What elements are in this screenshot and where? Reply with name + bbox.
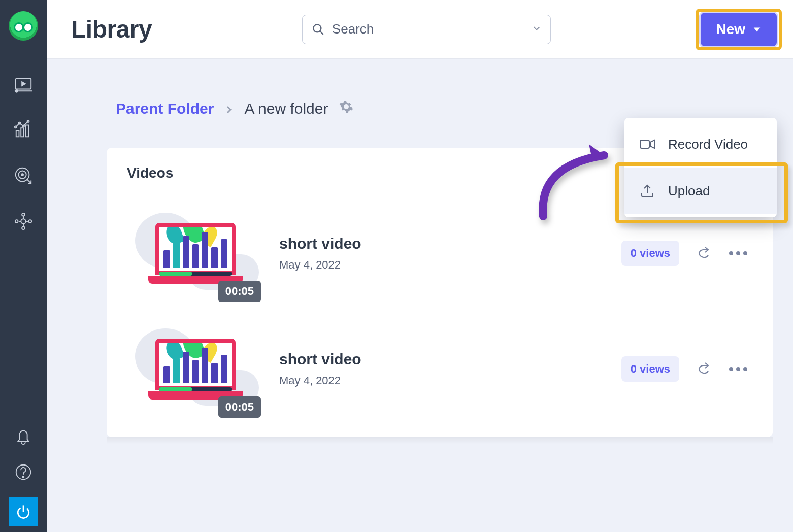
menu-upload[interactable]: Upload (624, 168, 777, 214)
search-input[interactable]: Search (302, 15, 551, 44)
views-badge[interactable]: 0 views (621, 241, 679, 266)
svg-point-27 (313, 24, 321, 32)
topbar: Library Search New (47, 0, 793, 59)
new-button[interactable]: New (701, 13, 777, 46)
svg-marker-1 (22, 82, 25, 86)
menu-upload-label: Upload (668, 183, 710, 199)
svg-rect-6 (26, 125, 29, 137)
new-dropdown-menu: Record Video Upload (624, 118, 777, 217)
svg-line-28 (320, 31, 323, 35)
svg-marker-31 (650, 140, 654, 148)
nav-network-icon[interactable] (12, 210, 35, 232)
svg-point-14 (21, 219, 26, 224)
svg-rect-4 (16, 131, 19, 137)
help-icon[interactable] (12, 461, 35, 483)
share-icon[interactable] (697, 245, 712, 262)
views-badge[interactable]: 0 views (621, 356, 679, 382)
nav-analytics-icon[interactable] (12, 119, 35, 141)
svg-rect-30 (640, 140, 649, 148)
svg-point-10 (27, 120, 29, 122)
svg-point-3 (15, 90, 18, 92)
video-duration: 00:05 (218, 396, 261, 418)
chevron-down-icon (532, 24, 541, 35)
nav-target-icon[interactable] (12, 164, 35, 187)
notifications-icon[interactable] (12, 424, 35, 447)
divider (107, 437, 773, 444)
search-placeholder: Search (332, 21, 525, 37)
caret-down-icon (752, 25, 762, 34)
video-row[interactable]: 00:05 short video May 4, 2022 0 views (127, 311, 752, 427)
gear-icon[interactable] (339, 99, 353, 117)
video-thumbnail[interactable]: 00:05 (132, 207, 259, 300)
svg-point-15 (15, 220, 18, 223)
search-icon (312, 23, 325, 36)
video-date: May 4, 2022 (279, 258, 601, 272)
svg-point-24 (23, 476, 24, 478)
video-date: May 4, 2022 (279, 374, 601, 387)
svg-point-17 (22, 213, 25, 216)
content-area: Record Video Upload Parent Folder A new … (47, 59, 793, 444)
svg-point-18 (22, 226, 25, 229)
svg-rect-5 (21, 128, 24, 137)
chevron-right-icon (225, 100, 233, 117)
video-title[interactable]: short video (279, 351, 601, 368)
more-icon[interactable] (729, 367, 747, 371)
video-camera-icon (639, 136, 656, 153)
share-icon[interactable] (697, 360, 712, 378)
video-duration: 00:05 (218, 281, 261, 302)
menu-record-video[interactable]: Record Video (624, 121, 777, 168)
video-thumbnail[interactable]: 00:05 (132, 322, 259, 416)
power-button[interactable] (9, 497, 38, 526)
menu-record-label: Record Video (668, 137, 748, 152)
breadcrumb-current: A new folder (244, 100, 328, 117)
svg-point-13 (21, 174, 23, 176)
app-logo-icon[interactable] (9, 11, 38, 41)
more-icon[interactable] (729, 251, 747, 255)
page-title: Library (71, 15, 152, 43)
svg-marker-29 (754, 27, 761, 31)
sidebar (0, 0, 47, 532)
svg-point-16 (28, 220, 31, 223)
video-title[interactable]: short video (279, 235, 601, 252)
upload-icon (639, 182, 656, 200)
nav-library-icon[interactable] (12, 73, 35, 95)
new-button-label: New (716, 21, 745, 38)
breadcrumb-parent-link[interactable]: Parent Folder (116, 100, 214, 117)
